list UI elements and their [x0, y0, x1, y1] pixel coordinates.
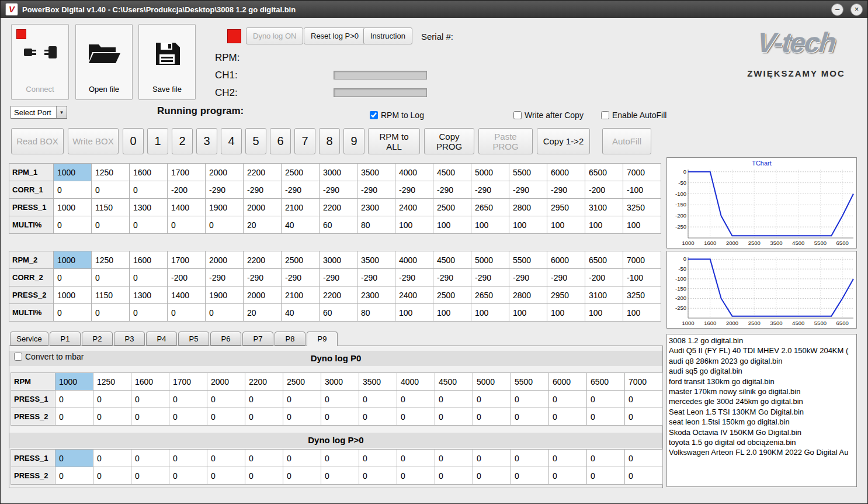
read-box-button[interactable]: Read BOX	[11, 128, 64, 154]
cell-press1-9[interactable]: 2400	[395, 199, 433, 216]
cell-press2-5[interactable]: 2000	[244, 286, 282, 304]
cell-rpm2-7[interactable]: 3000	[320, 251, 357, 269]
reset-log-button[interactable]: Reset log P>0	[304, 27, 366, 44]
cell-corr2-0[interactable]: 0	[54, 269, 92, 286]
cell-corr1-15[interactable]: -100	[623, 181, 661, 199]
cell-multi-11[interactable]: 100	[471, 304, 509, 322]
cell-press2-0[interactable]: 0	[55, 467, 93, 485]
cell-press2-14[interactable]: 0	[587, 408, 625, 426]
cell-press1-6[interactable]: 2100	[282, 199, 320, 216]
tab-p6[interactable]: P6	[210, 332, 241, 346]
cell-press1-6[interactable]: 0	[283, 391, 321, 408]
write-after-copy-checkbox[interactable]: Write after Copy	[513, 111, 584, 120]
cell-press2-8[interactable]: 0	[359, 408, 397, 426]
file-list-item[interactable]: Skoda Octavia IV 150KM Go Digital.bin	[669, 427, 856, 437]
cell-press1-1[interactable]: 1150	[92, 199, 130, 216]
cell-press1-11[interactable]: 0	[473, 450, 511, 467]
cell-press1-4[interactable]: 0	[207, 450, 245, 467]
cell-multi-3[interactable]: 0	[168, 216, 206, 234]
cell-rpm-2[interactable]: 1600	[131, 373, 169, 391]
cell-press1-0[interactable]: 1000	[54, 199, 92, 216]
cell-multi-13[interactable]: 100	[547, 216, 585, 234]
cell-rpm-1[interactable]: 1250	[93, 373, 131, 391]
cell-press2-6[interactable]: 2100	[282, 286, 320, 304]
cell-press1-8[interactable]: 0	[359, 450, 397, 467]
cell-press1-9[interactable]: 0	[397, 391, 435, 408]
cell-rpm2-2[interactable]: 1600	[130, 251, 168, 269]
tab-p5[interactable]: P5	[178, 332, 209, 346]
cell-press2-9[interactable]: 2400	[395, 286, 433, 304]
cell-press1-10[interactable]: 2500	[433, 199, 471, 216]
cell-multi-9[interactable]: 100	[395, 304, 433, 322]
cell-rpm1-7[interactable]: 3000	[320, 164, 357, 181]
cell-press2-0[interactable]: 0	[55, 408, 93, 426]
cell-corr2-3[interactable]: -200	[168, 269, 206, 286]
cell-press1-14[interactable]: 3100	[585, 199, 623, 216]
copy-prog-button[interactable]: Copy PROG	[424, 128, 474, 154]
digit-button-1[interactable]: 1	[147, 128, 168, 154]
paste-prog-button[interactable]: Paste PROG	[478, 128, 533, 154]
digit-button-4[interactable]: 4	[221, 128, 242, 154]
autofill-button[interactable]: AutoFill	[602, 128, 651, 154]
cell-press2-13[interactable]: 0	[549, 467, 587, 485]
cell-press1-2[interactable]: 0	[131, 391, 169, 408]
cell-rpm1-11[interactable]: 5000	[471, 164, 509, 181]
cell-press1-10[interactable]: 0	[435, 450, 473, 467]
cell-press2-7[interactable]: 0	[321, 467, 359, 485]
cell-press2-3[interactable]: 0	[169, 467, 207, 485]
cell-press2-9[interactable]: 0	[397, 467, 435, 485]
tab-p3[interactable]: P3	[114, 332, 145, 346]
cell-press2-4[interactable]: 0	[207, 467, 245, 485]
cell-rpm1-1[interactable]: 1250	[92, 164, 130, 181]
digit-button-2[interactable]: 2	[172, 128, 193, 154]
file-list-item[interactable]: Audi Q5 II (FY FL) 40 TDI MHEV 2.0 150kW…	[669, 346, 856, 355]
cell-press1-13[interactable]: 0	[549, 450, 587, 467]
cell-press1-14[interactable]: 0	[587, 391, 625, 408]
cell-rpm1-6[interactable]: 2500	[282, 164, 320, 181]
rpm-to-log-checkbox-input[interactable]	[370, 111, 378, 119]
cell-rpm-6[interactable]: 2500	[283, 373, 321, 391]
cell-rpm-10[interactable]: 4500	[435, 373, 473, 391]
cell-press1-2[interactable]: 0	[131, 450, 169, 467]
cell-press1-6[interactable]: 0	[283, 450, 321, 467]
cell-press2-12[interactable]: 0	[511, 467, 549, 485]
cell-press2-10[interactable]: 0	[435, 467, 473, 485]
file-list-item[interactable]: master 170km nowy silnik go digital.bin	[669, 386, 856, 396]
cell-rpm2-6[interactable]: 2500	[282, 251, 320, 269]
cell-press2-4[interactable]: 1900	[206, 286, 244, 304]
cell-rpm-14[interactable]: 6500	[587, 373, 625, 391]
cell-press1-7[interactable]: 0	[321, 391, 359, 408]
cell-rpm-7[interactable]: 3000	[321, 373, 359, 391]
digit-button-8[interactable]: 8	[319, 128, 340, 154]
cell-multi-5[interactable]: 20	[244, 304, 282, 322]
cell-press2-5[interactable]: 0	[245, 408, 283, 426]
cell-corr2-8[interactable]: -290	[357, 269, 395, 286]
cell-press2-15[interactable]: 0	[625, 408, 663, 426]
cell-multi-6[interactable]: 40	[282, 304, 320, 322]
cell-press1-3[interactable]: 1400	[168, 199, 206, 216]
cell-corr2-9[interactable]: -290	[395, 269, 433, 286]
file-list-item[interactable]: audi q8 286km 2023 go digital.bin	[669, 356, 856, 366]
cell-multi-14[interactable]: 100	[585, 304, 623, 322]
cell-press1-9[interactable]: 0	[397, 450, 435, 467]
cell-corr1-3[interactable]: -200	[168, 181, 206, 199]
cell-multi-2[interactable]: 0	[130, 216, 168, 234]
cell-press2-6[interactable]: 0	[283, 408, 321, 426]
cell-rpm2-15[interactable]: 7000	[623, 251, 661, 269]
cell-press2-11[interactable]: 2650	[471, 286, 509, 304]
cell-press1-11[interactable]: 0	[473, 391, 511, 408]
cell-press2-15[interactable]: 0	[625, 467, 663, 485]
rpm-to-all-button[interactable]: RPM to ALL	[368, 128, 420, 154]
cell-rpm-8[interactable]: 3500	[359, 373, 397, 391]
cell-press1-5[interactable]: 2000	[244, 199, 282, 216]
tab-p9[interactable]: P9	[307, 332, 338, 346]
cell-corr1-11[interactable]: -290	[471, 181, 509, 199]
cell-press1-10[interactable]: 0	[435, 391, 473, 408]
cell-corr2-6[interactable]: -290	[282, 269, 320, 286]
cell-press2-8[interactable]: 0	[359, 467, 397, 485]
cell-press2-1[interactable]: 1150	[92, 286, 130, 304]
file-list-item[interactable]: Seat Leon 1.5 TSI 130KM Go Digital.bin	[669, 407, 856, 417]
cell-press1-3[interactable]: 0	[169, 450, 207, 467]
cell-press1-0[interactable]: 0	[55, 450, 93, 467]
cell-rpm-11[interactable]: 5000	[473, 373, 511, 391]
